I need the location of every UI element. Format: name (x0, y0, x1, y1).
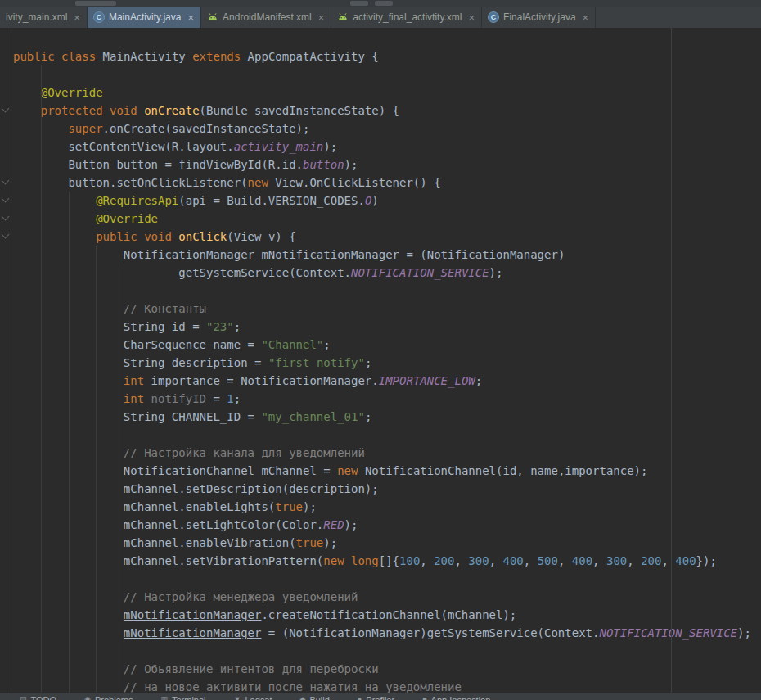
tool-window-button-terminal[interactable]: ▥Terminal (160, 695, 205, 700)
code-token: ; (234, 392, 241, 405)
code-token: ; (234, 320, 241, 333)
code-token: NOTIFICATION_SERVICE (351, 266, 489, 279)
code-token: public void (13, 230, 178, 243)
tool-window-button-problems[interactable]: ◉Problems (84, 695, 133, 700)
code-token: IMPORTANCE_LOW (379, 374, 475, 387)
code-token: 400 (503, 554, 524, 567)
tab-close-icon[interactable]: × (469, 12, 475, 23)
code-token: mChannel.enableLights( (13, 500, 275, 513)
indent-guide (96, 246, 97, 693)
fold-marker-icon[interactable] (2, 177, 10, 185)
code-token: RED (323, 518, 344, 531)
code-area[interactable]: public class MainActivity extends AppCom… (11, 28, 761, 693)
tab-ivity-main-xml[interactable]: ivity_main.xml× (0, 7, 88, 28)
code-token: onCreate (144, 104, 199, 117)
code-line: mChannel.setVibrationPattern(new long[]{… (13, 552, 761, 570)
tab-close-icon[interactable]: × (74, 12, 80, 23)
code-token: MainActivity (103, 50, 193, 63)
code-line: @Override (13, 84, 761, 102)
code-token: mNotificationManager (261, 248, 399, 261)
code-token: ); (303, 500, 317, 513)
code-line: // Константы (13, 300, 761, 318)
code-line: // Настройка канала для уведомлений (13, 444, 761, 462)
code-token: importance = NotificationManager. (151, 374, 379, 387)
tab-mainactivity-java[interactable]: CMainActivity.java× (88, 7, 201, 28)
code-token: ); (323, 140, 337, 153)
code-token: ); (489, 266, 503, 279)
tool-window-button-todo[interactable]: ▤TODO (20, 695, 56, 700)
tab-close-icon[interactable]: × (318, 12, 325, 23)
code-token: new (337, 464, 365, 477)
code-line: public void onClick(View v) { (13, 228, 761, 246)
code-token: @Override (13, 86, 103, 99)
code-token: NotificationManager (13, 248, 261, 261)
code-token: Button button = findViewById(R.id. (13, 158, 303, 171)
code-token: @Override (13, 212, 158, 225)
toolbar-stub (75, 1, 116, 6)
code-line: NotificationManager mNotificationManager… (13, 246, 761, 264)
code-token: , (524, 554, 538, 567)
tool-window-button-logcat[interactable]: ▼Logcat (234, 695, 272, 700)
indent-guide (124, 264, 124, 693)
code-line: @Override (13, 210, 761, 228)
right-margin-guide (671, 28, 672, 693)
code-token: AppCompatActivity { (248, 50, 379, 63)
profiler-icon: ● (358, 695, 362, 700)
code-token: mChannel.setVibrationPattern( (13, 554, 323, 567)
code-token: // Константы (13, 302, 206, 315)
code-token: mChannel.setLightColor(Color. (13, 518, 323, 531)
editor-gutter (0, 28, 11, 693)
code-token: getSystemService(Context. (13, 266, 351, 279)
code-token: 200 (641, 554, 661, 567)
code-token: .onCreate(savedInstanceState); (103, 122, 310, 135)
code-line: mNotificationManager = (NotificationMana… (13, 624, 761, 642)
toolbar-stub (375, 1, 393, 6)
fold-marker-icon[interactable] (2, 231, 10, 239)
tool-window-button-build[interactable]: ◆Build (299, 695, 329, 700)
main-toolbar-cutoff (0, 0, 761, 7)
fold-marker-icon[interactable] (2, 105, 10, 113)
editor-pane[interactable]: public class MainActivity extends AppCom… (0, 28, 761, 693)
tool-window-label: Logcat (245, 695, 272, 700)
tool-window-button-profiler[interactable]: ●Profiler (358, 695, 394, 700)
indent-guide (69, 192, 70, 693)
tab-label: ivity_main.xml (6, 11, 67, 23)
tool-window-label: App Inspection (431, 695, 491, 700)
code-token: ; (475, 374, 482, 387)
code-token: String id = (13, 320, 206, 333)
code-token: = (NotificationManager) (399, 248, 565, 261)
app-inspection-icon: ■ (422, 695, 426, 700)
terminal-icon: ▥ (160, 695, 168, 700)
code-token: 200 (434, 554, 454, 567)
code-token: mChannel.enableVibration( (13, 536, 296, 549)
tab-activity-final-activtity-xml[interactable]: activity_final_activtity.xml× (331, 7, 482, 28)
code-token: mNotificationManager (124, 626, 262, 639)
code-line: mChannel.setLightColor(Color.RED); (13, 516, 761, 534)
code-token: String CHANNEL_ID = (13, 410, 261, 423)
build-icon: ◆ (299, 695, 305, 700)
tab-androidmanifest-xml[interactable]: AndroidManifest.xml× (201, 7, 331, 28)
code-line: button.setOnClickListener(new View.OnCli… (13, 174, 761, 192)
code-token: (View v) { (227, 230, 295, 243)
tab-close-icon[interactable]: × (583, 12, 589, 23)
code-token: // Обьявление интентов для переброски (13, 662, 379, 675)
code-token: ); (344, 518, 358, 531)
fold-marker-icon[interactable] (2, 195, 10, 203)
code-line: mChannel.setDescription(description); (13, 480, 761, 498)
java-class-icon: C (488, 11, 499, 23)
code-token: 500 (538, 554, 558, 567)
fold-marker-icon[interactable] (2, 213, 10, 221)
code-line (13, 570, 761, 588)
tab-close-icon[interactable]: × (187, 12, 194, 23)
indent-guide (41, 65, 42, 693)
tool-window-label: Profiler (366, 695, 394, 700)
code-token: super (68, 122, 102, 135)
tool-window-button-app-inspection[interactable]: ■App Inspection (422, 695, 490, 700)
code-line: int notifyID = 1; (13, 390, 761, 408)
code-token: class (61, 50, 103, 63)
tab-finalactivity-java[interactable]: CFinalActivity.java× (482, 7, 596, 28)
code-line (13, 426, 761, 444)
code-line: mNotificationManager.createNotificationC… (13, 606, 761, 624)
code-line: // на новое активити после нажатия на ув… (13, 678, 761, 693)
code-token: extends (192, 50, 247, 63)
